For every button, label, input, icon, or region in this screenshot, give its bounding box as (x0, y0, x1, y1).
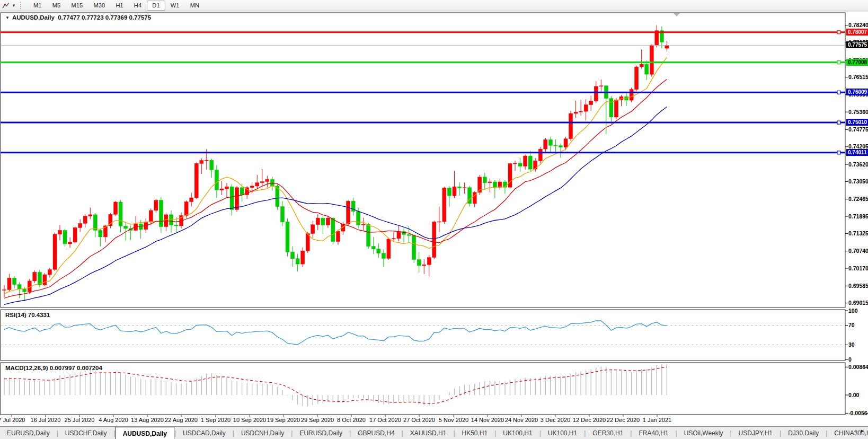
chart-tab-uk100-h1[interactable]: UK100,H1 (496, 427, 539, 439)
tab-scroll-left-icon[interactable]: ◂ (852, 427, 859, 434)
chart-tab-audusd-daily[interactable]: AUDUSD,Daily (116, 427, 174, 439)
tab-scroll-arrows: ◂▸ (852, 427, 866, 434)
chart-tab-hk50-h1[interactable]: HK50,H1 (455, 427, 495, 439)
chart-tab-usoil-weekly[interactable]: USOil,Weekly (677, 427, 730, 439)
chart-tab-fra40-h1[interactable]: FRA40,H1 (632, 427, 675, 439)
chart-tab-xauusd-h1[interactable]: XAUUSD,H1 (403, 427, 454, 439)
chart-tab-ger30-h1[interactable]: GER30,H1 (586, 427, 630, 439)
symbol-tab-bar: EURUSD,Daily|USDCHF,Daily|AUDUSD,Daily|U… (0, 426, 868, 439)
trading-platform-window: ▾ M1M5M15M30H1H4D1W1MN ▼AUDUSD,Daily 0.7… (0, 0, 868, 439)
chart-tab-usdjpy-h1[interactable]: USDJPY,H1 (732, 427, 780, 439)
chart-tab-usdcnh-daily[interactable]: USDCNH,Daily (234, 427, 291, 439)
chart-tab-usdchf-daily[interactable]: USDCHF,Daily (58, 427, 114, 439)
chart-tab-gbpusd-h4[interactable]: GBPUSD,H4 (351, 427, 401, 439)
chart-tab-eurusd-daily[interactable]: EURUSD,Daily (293, 427, 349, 439)
chart-tab-usdcad-daily[interactable]: USDCAD,Daily (176, 427, 233, 439)
chart-tab-eurusd-daily[interactable]: EURUSD,Daily (0, 427, 57, 439)
tab-scroll-right-icon[interactable]: ▸ (858, 427, 866, 434)
chart-tab-dj30-daily[interactable]: DJ30,Daily (781, 427, 826, 439)
chart-tab-uk100-h1[interactable]: UK100,H1 (541, 427, 584, 439)
chart-canvas[interactable] (0, 0, 868, 439)
